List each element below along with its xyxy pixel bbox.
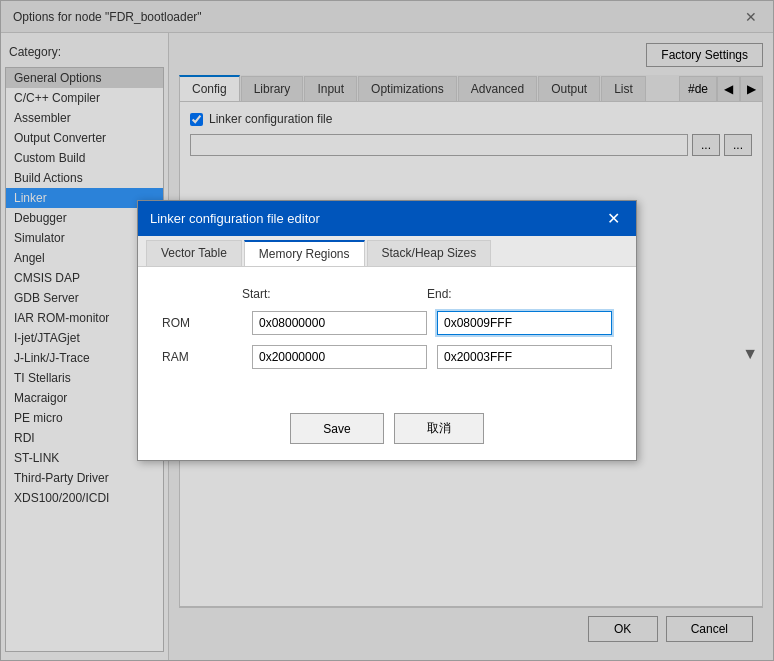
modal-body: Start: End: ROMRAM [138,267,636,405]
memory-row-label-1: RAM [162,350,242,364]
col-start-label: Start: [242,287,427,301]
modal-overlay: Linker configuration file editor ✕ Vecto… [1,1,773,660]
modal-save-button[interactable]: Save [290,413,383,444]
modal-tab-vector-table[interactable]: Vector Table [146,240,242,266]
modal-tab-memory-regions[interactable]: Memory Regions [244,240,365,266]
modal-footer: Save 取消 [138,405,636,460]
modal-title: Linker configuration file editor [150,211,320,226]
modal-close-button[interactable]: ✕ [603,209,624,228]
modal-tab-bar: Vector TableMemory RegionsStack/Heap Siz… [138,236,636,267]
modal-dialog: Linker configuration file editor ✕ Vecto… [137,200,637,461]
memory-start-input-0[interactable] [252,311,427,335]
main-window: Options for node "FDR_bootloader" ✕ Cate… [0,0,774,661]
memory-row-1: RAM [162,345,612,369]
memory-end-input-1[interactable] [437,345,612,369]
memory-row-label-0: ROM [162,316,242,330]
memory-start-input-1[interactable] [252,345,427,369]
col-end-label: End: [427,287,612,301]
modal-tab-stack-heap[interactable]: Stack/Heap Sizes [367,240,492,266]
modal-cancel-button[interactable]: 取消 [394,413,484,444]
memory-table-header: Start: End: [162,287,612,305]
modal-title-bar: Linker configuration file editor ✕ [138,201,636,236]
memory-end-input-0[interactable] [437,311,612,335]
memory-row-0: ROM [162,311,612,335]
memory-table: Start: End: ROMRAM [162,287,612,369]
